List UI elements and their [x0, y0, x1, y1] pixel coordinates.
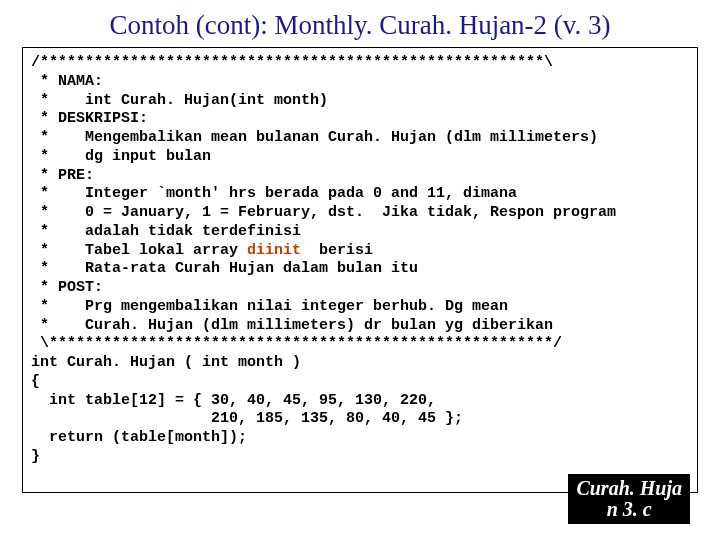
filename-line2: n 3. c: [607, 498, 652, 520]
code-line: return (table[month]);: [31, 429, 247, 446]
code-line: }: [31, 448, 40, 465]
code-line: * Rata-rata Curah Hujan dalam bulan itu: [31, 260, 418, 277]
code-line: {: [31, 373, 40, 390]
code-line: 210, 185, 135, 80, 40, 45 };: [31, 410, 463, 427]
code-line: * POST:: [31, 279, 103, 296]
code-line: berisi: [301, 242, 373, 259]
code-line: * 0 = January, 1 = February, dst. Jika t…: [31, 204, 616, 221]
code-highlight: diinit: [247, 242, 301, 259]
code-line: * Mengembalikan mean bulanan Curah. Huja…: [31, 129, 598, 146]
filename-label: Curah. Huja n 3. c: [568, 474, 690, 524]
code-line: * adalah tidak terdefinisi: [31, 223, 301, 240]
slide-title: Contoh (cont): Monthly. Curah. Hujan-2 (…: [0, 0, 720, 47]
code-line: * Curah. Hujan (dlm millimeters) dr bula…: [31, 317, 553, 334]
code-box: /***************************************…: [22, 47, 698, 493]
code-line: * dg input bulan: [31, 148, 211, 165]
filename-line1: Curah. Huja: [576, 477, 682, 499]
code-line: * Prg mengembalikan nilai integer berhub…: [31, 298, 508, 315]
code-line: int table[12] = { 30, 40, 45, 95, 130, 2…: [31, 392, 436, 409]
code-line: * int Curah. Hujan(int month): [31, 92, 328, 109]
code-line: * DESKRIPSI:: [31, 110, 148, 127]
code-line: * PRE:: [31, 167, 94, 184]
code-line: * Integer `month' hrs berada pada 0 and …: [31, 185, 517, 202]
code-line: * Tabel lokal array: [31, 242, 247, 259]
code-line: \***************************************…: [31, 335, 562, 352]
code-line: * NAMA:: [31, 73, 103, 90]
code-line: int Curah. Hujan ( int month ): [31, 354, 301, 371]
code-line: /***************************************…: [31, 54, 553, 71]
code-block: /***************************************…: [31, 54, 689, 467]
